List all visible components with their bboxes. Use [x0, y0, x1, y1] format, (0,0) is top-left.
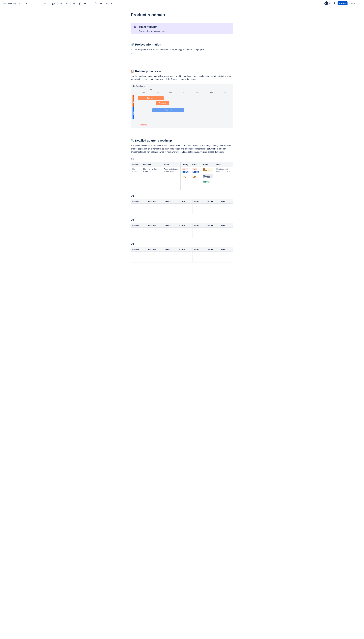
month-label: Mar [164, 91, 178, 93]
roadmap-overview-heading[interactable]: 📋 Roadmap overview [131, 70, 233, 73]
italic-button[interactable]: I [30, 1, 34, 6]
table-row-empty[interactable] [131, 227, 233, 233]
text-style-label: Heading 2 [8, 2, 17, 5]
list-item-empty [134, 52, 233, 55]
q4-table[interactable]: FeatureInitiativeDatesPriorityEffortStat… [131, 247, 233, 262]
month-label: Jun [204, 91, 218, 93]
bullet-list-button[interactable] [59, 1, 64, 6]
svg-rect-8 [135, 26, 136, 27]
bar-feature-2[interactable]: Feature 2 [156, 101, 169, 105]
link-icon [78, 2, 81, 5]
month-label: Feb [150, 91, 164, 93]
text-color-button[interactable]: A [51, 1, 56, 6]
col-status: Status [201, 162, 215, 167]
emoji-button[interactable] [94, 1, 98, 6]
q2-table[interactable]: FeatureInitiativeDatesPriorityEffortStat… [131, 199, 233, 214]
col-feature: Feature [131, 162, 142, 167]
align-button[interactable] [43, 1, 48, 6]
add-collaborator-button[interactable]: + [328, 2, 331, 5]
project-info-heading[interactable]: 🔗 Project information [131, 43, 233, 46]
clipboard-emoji-icon: 📋 [131, 70, 134, 73]
separator [23, 2, 23, 5]
image-button[interactable] [83, 1, 87, 6]
separator [41, 2, 41, 5]
table-row-empty[interactable] [131, 233, 233, 238]
chevron-down-icon [112, 3, 114, 4]
roadmap-macro-header: Roadmap [131, 84, 233, 89]
svg-rect-10 [135, 27, 135, 28]
marker-label: Marker 1 [140, 124, 147, 126]
svg-rect-1 [84, 3, 86, 4]
link-emoji-icon: 🔗 [131, 43, 134, 46]
bar-feature-3[interactable]: Feature 3 [152, 108, 184, 112]
quarter-heading-q1[interactable]: Q1 [131, 158, 233, 161]
project-info-list[interactable]: Use this panel to add information about … [134, 48, 233, 55]
text-color-icon: A [52, 2, 54, 5]
quarter-heading-q2[interactable]: Q2 [131, 195, 233, 197]
insert-button[interactable]: + [110, 1, 114, 6]
roadmap-overview-desc[interactable]: Use this roadmap macro to provide a visu… [131, 75, 233, 81]
table-row-empty[interactable] [131, 257, 233, 262]
cell-feature: List feature [131, 167, 142, 185]
lozenge-low: LOW [192, 176, 197, 178]
q3-table[interactable]: FeatureInitiativeDatesPriorityEffortStat… [131, 223, 233, 238]
page-content: Product roadmap Team mission Add your te… [128, 7, 236, 268]
confluence-logo-icon [3, 2, 6, 5]
detailed-roadmap-desc[interactable]: The roadmap shows the sequence in which … [131, 144, 233, 154]
more-formatting-button[interactable]: ··· [35, 1, 40, 6]
col-notes: Notes [215, 162, 233, 167]
lane-label-initiative-1[interactable]: Initiative 1 [132, 95, 134, 107]
mission-text: Add your team's mission here. [139, 30, 230, 32]
close-button[interactable]: Close [348, 2, 356, 6]
bold-button[interactable]: B [24, 1, 29, 6]
request-changes-button[interactable] [332, 1, 337, 6]
svg-rect-9 [135, 27, 136, 27]
table-row-empty[interactable] [131, 209, 233, 214]
layouts-button[interactable] [104, 1, 109, 6]
mention-button[interactable]: @ [88, 1, 93, 6]
month-label: May [191, 91, 204, 93]
svg-rect-0 [74, 3, 75, 4]
lozenge-inprogress: IN PROGRESS [203, 168, 214, 172]
svg-point-2 [95, 3, 97, 4]
q1-table[interactable]: Feature Initiative Dates Priority Effort… [131, 162, 233, 190]
align-left-icon [44, 2, 46, 5]
timeline-grid: Marker 1 Feature 1 Feature 2 Feature 3 [137, 95, 232, 119]
more-actions-button[interactable]: ··· [356, 1, 361, 6]
action-item-button[interactable] [72, 1, 76, 6]
cell-notes: Link to project pages and epics [215, 167, 233, 185]
table-row[interactable]: List feature List initiative that featur… [131, 167, 233, 185]
quarter-heading-q3[interactable]: Q3 [131, 219, 233, 221]
chevron-down-icon [18, 3, 20, 4]
lozenge-high: HIGH [192, 168, 197, 170]
mission-panel[interactable]: Team mission Add your team's mission her… [131, 23, 233, 35]
cell-effort: HIGH / MEDIUM / LOW [191, 167, 201, 185]
table-row-empty[interactable] [131, 203, 233, 209]
table-row-empty[interactable] [131, 252, 233, 257]
table-button[interactable] [99, 1, 104, 6]
chevron-down-icon [46, 3, 48, 4]
link-button[interactable] [77, 1, 82, 6]
layouts-icon [106, 2, 108, 5]
panel-info-icon [134, 26, 136, 28]
bar-feature-1[interactable]: Feature 1 [138, 96, 164, 100]
number-list-button[interactable] [64, 1, 69, 6]
lane-label-initiative-2[interactable]: Initiative 2 [132, 107, 134, 119]
text-style-select[interactable]: Heading 2 [7, 2, 21, 5]
table-row-empty[interactable] [131, 185, 233, 190]
publish-button[interactable]: Publish [338, 2, 348, 6]
chevron-down-icon [54, 3, 55, 4]
quarter-heading-q4[interactable]: Q4 [131, 243, 233, 245]
cell-priority: HIGH / MEDIUM / LOW [180, 167, 191, 185]
image-icon [84, 2, 86, 5]
roadmap-macro[interactable]: Roadmap 2020 Jan Feb Mar Apr May Jun Jul… [131, 84, 233, 128]
page-title[interactable]: Product roadmap [131, 13, 233, 17]
checkbox-icon [73, 2, 75, 5]
col-priority: Priority [180, 162, 191, 167]
detailed-roadmap-heading[interactable]: 🔍 Detailed quarterly roadmap [131, 139, 233, 142]
lock-icon [333, 2, 336, 5]
col-effort: Effort [191, 162, 201, 167]
cell-status: IN PROGRESS / NOT STARTED / SHIPPED [201, 167, 215, 185]
svg-rect-5 [106, 3, 107, 4]
month-label: Jul [218, 91, 232, 93]
